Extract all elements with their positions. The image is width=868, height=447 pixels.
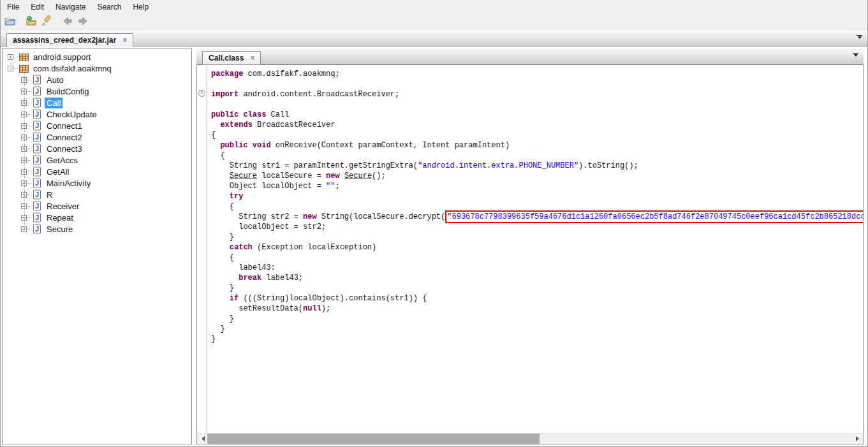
code-token xyxy=(211,172,230,180)
tree-item[interactable]: +JConnect2 xyxy=(3,131,191,143)
jar-tab-label: assassins_creed_dex2jar.jar xyxy=(13,36,116,45)
code-line: try xyxy=(211,191,863,202)
tab-close-icon[interactable]: × xyxy=(250,55,254,61)
code-token: ); xyxy=(321,304,330,313)
tree-connector xyxy=(27,91,31,92)
tree-connector xyxy=(24,73,25,230)
scroll-right-button[interactable] xyxy=(853,434,863,444)
code-token: setResultData( xyxy=(211,304,303,313)
editor-body: + package com.dsifakf.aoakmnq; import an… xyxy=(197,65,863,433)
open-type-button[interactable] xyxy=(24,15,39,29)
type-link[interactable]: Secure xyxy=(344,172,372,180)
tree-item[interactable]: -com.dsifakf.aoakmnq xyxy=(3,62,191,74)
tree-item[interactable]: +JR xyxy=(3,189,191,200)
decompiled-source-view[interactable]: package com.dsifakf.aoakmnq; import andr… xyxy=(207,65,863,433)
tree-item[interactable]: +JGetAll xyxy=(3,166,191,177)
open-file-button[interactable] xyxy=(3,15,18,29)
class-tabs: Call.class× xyxy=(196,51,261,64)
code-token xyxy=(211,141,220,150)
java-class-icon: J xyxy=(32,224,42,234)
code-token: ; xyxy=(335,182,339,191)
menu-help[interactable]: Help xyxy=(127,1,154,13)
horizontal-scrollbar[interactable] xyxy=(197,433,863,444)
keyword-token: new xyxy=(326,172,340,180)
package-icon xyxy=(18,52,29,62)
keyword-token: try xyxy=(230,192,244,201)
class-tab[interactable]: Call.class× xyxy=(202,51,261,64)
code-token: Object localObject = xyxy=(211,182,326,191)
tree-item-label: Receiver xyxy=(45,201,81,212)
left-arrow-icon xyxy=(199,436,205,441)
tree-expander-icon[interactable]: + xyxy=(8,54,13,60)
tree-item[interactable]: +JConnect3 xyxy=(3,143,191,154)
code-token: label43: xyxy=(211,263,276,272)
svg-text:J: J xyxy=(35,168,39,175)
svg-text:J: J xyxy=(35,110,39,118)
tree-connector xyxy=(27,103,31,103)
code-line xyxy=(211,79,863,89)
code-line: } xyxy=(211,314,863,324)
code-token: BroadcastReceiver xyxy=(253,121,335,129)
code-line: label43: xyxy=(211,263,863,273)
tree-item-label: android.support xyxy=(31,52,92,62)
svg-text:J: J xyxy=(35,179,39,187)
tree-connector xyxy=(27,183,31,184)
tree-connector xyxy=(27,217,31,218)
back-button[interactable] xyxy=(60,15,75,29)
menu-search[interactable]: Search xyxy=(91,1,127,13)
svg-text:J: J xyxy=(35,133,39,141)
tab-list-dropdown-icon[interactable] xyxy=(852,53,859,59)
svg-text:J: J xyxy=(35,87,39,95)
search-button[interactable] xyxy=(39,15,54,29)
keyword-token: catch xyxy=(230,243,253,252)
toolbar-separator xyxy=(20,17,21,27)
type-link[interactable]: Secure xyxy=(230,172,257,180)
jar-tab[interactable]: assassins_creed_dex2jar.jar× xyxy=(6,33,133,47)
tree-item[interactable]: +android.support xyxy=(3,51,191,62)
tree-item[interactable]: +JGetAccs xyxy=(3,154,191,166)
toolbar-separator xyxy=(57,17,57,27)
tree-connector xyxy=(13,57,18,57)
code-line: } xyxy=(211,334,863,344)
keyword-token: public void xyxy=(220,141,270,150)
code-token: } xyxy=(211,335,216,344)
scrollbar-thumb[interactable] xyxy=(207,434,540,444)
java-class-icon: J xyxy=(32,201,42,211)
code-line: public class Call xyxy=(211,110,863,120)
search-icon xyxy=(41,15,52,29)
code-line: } xyxy=(211,324,863,334)
keyword-token: extends xyxy=(220,121,252,129)
tree-item[interactable]: +JSecure xyxy=(3,223,191,235)
code-token xyxy=(211,294,230,303)
code-line: Object localObject = ""; xyxy=(211,181,863,191)
fold-expand-icon[interactable]: + xyxy=(198,90,205,97)
package-tree-panel[interactable]: +android.support-com.dsifakf.aoakmnq+JAu… xyxy=(2,48,192,444)
tree-item[interactable]: +JCall xyxy=(3,97,191,108)
menu-file[interactable]: File xyxy=(1,1,25,13)
menu-navigate[interactable]: Navigate xyxy=(50,1,91,13)
tab-list-dropdown-icon[interactable] xyxy=(856,35,863,41)
tree-item[interactable]: +JMainActivity xyxy=(3,177,191,189)
tree-item[interactable]: +JConnect1 xyxy=(3,120,191,131)
back-icon xyxy=(62,15,73,29)
tree-item[interactable]: +JReceiver xyxy=(3,200,191,212)
svg-text:J: J xyxy=(35,214,39,221)
main-area: +android.support-com.dsifakf.aoakmnq+JAu… xyxy=(1,47,867,446)
tree-item[interactable]: +JCheckUpdate xyxy=(3,108,191,120)
string-token: "android.intent.extra.PHONE_NUMBER" xyxy=(418,161,578,170)
tree-connector xyxy=(27,160,31,161)
menu-edit[interactable]: Edit xyxy=(25,1,50,13)
svg-text:J: J xyxy=(35,99,39,106)
tree-item[interactable]: +JBuildConfig xyxy=(3,85,191,97)
tree-item[interactable]: +JAuto xyxy=(3,74,191,85)
tree-connector xyxy=(13,68,18,69)
forward-icon xyxy=(77,15,89,29)
code-token: label43; xyxy=(261,274,303,282)
java-class-icon: J xyxy=(32,143,42,154)
tab-close-icon[interactable]: × xyxy=(122,37,127,43)
scroll-left-button[interactable] xyxy=(197,434,207,444)
tree-item[interactable]: +JRepeat xyxy=(3,212,191,223)
tree-item-label: Auto xyxy=(45,75,66,85)
forward-button[interactable] xyxy=(75,15,91,29)
scrollbar-track[interactable] xyxy=(540,434,853,444)
